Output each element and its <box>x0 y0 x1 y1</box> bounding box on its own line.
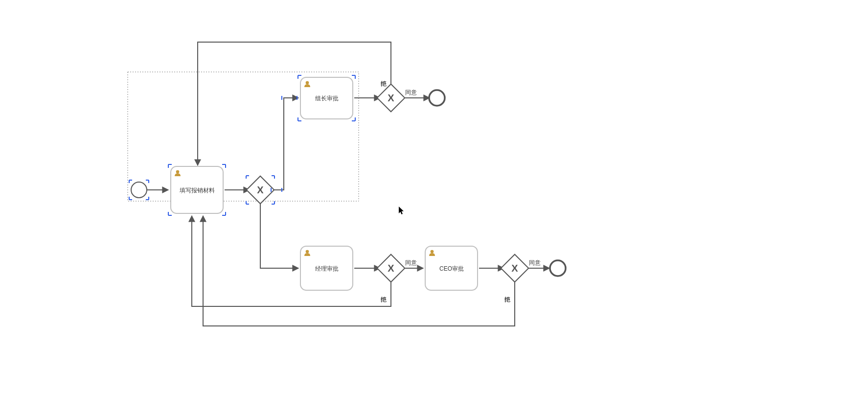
gateway-split[interactable]: X <box>247 176 274 204</box>
gateway-team-lead[interactable]: X <box>377 84 405 112</box>
edge-gw0-to-team-lead[interactable] <box>271 98 298 190</box>
end-event-2[interactable] <box>550 260 566 276</box>
label-gw3-reject: 拒绝 <box>504 297 511 302</box>
end-event-1[interactable] <box>429 90 445 106</box>
cursor-icon <box>399 207 404 214</box>
task-ceo-label: CEO审批 <box>439 265 464 272</box>
bpmn-canvas[interactable]: 填写报销材料 X 组长审批 X 同意 拒绝 经理审批 <box>0 0 868 416</box>
label-gw2-reject: 拒绝 <box>381 297 387 302</box>
label-gw2-approve: 同意 <box>405 259 417 266</box>
gateway-x-icon: X <box>388 263 394 274</box>
gateway-x-icon: X <box>511 263 518 274</box>
edge-gw2-reject[interactable] <box>192 216 391 306</box>
label-gw3-approve: 同意 <box>529 259 541 266</box>
gateway-x-icon: X <box>388 92 394 103</box>
gateway-x-icon: X <box>257 185 264 195</box>
task-manager-review[interactable]: 经理审批 <box>300 246 353 290</box>
start-event[interactable] <box>131 182 147 198</box>
task-team-lead-review[interactable]: 组长审批 <box>300 77 353 119</box>
task-fill-form[interactable]: 填写报销材料 <box>171 166 223 213</box>
svg-point-7 <box>429 90 445 106</box>
task-team-lead-label: 组长审批 <box>315 95 339 102</box>
edge-gw1-reject[interactable] <box>198 42 391 165</box>
svg-point-12 <box>431 250 434 254</box>
task-manager-label: 经理审批 <box>315 265 339 272</box>
svg-point-2 <box>176 170 180 174</box>
task-ceo-review[interactable]: CEO审批 <box>425 246 478 290</box>
svg-point-9 <box>306 250 309 254</box>
task-fill-form-label: 填写报销材料 <box>179 187 215 194</box>
svg-point-0 <box>131 182 147 198</box>
gateway-ceo[interactable]: X <box>501 254 529 282</box>
svg-point-14 <box>550 260 566 276</box>
edge-gw0-to-manager[interactable] <box>260 201 298 268</box>
label-gw1-approve: 同意 <box>405 89 417 96</box>
label-gw1-reject: 拒绝 <box>381 81 387 87</box>
svg-point-5 <box>306 81 309 85</box>
gateway-manager[interactable]: X <box>377 254 405 282</box>
